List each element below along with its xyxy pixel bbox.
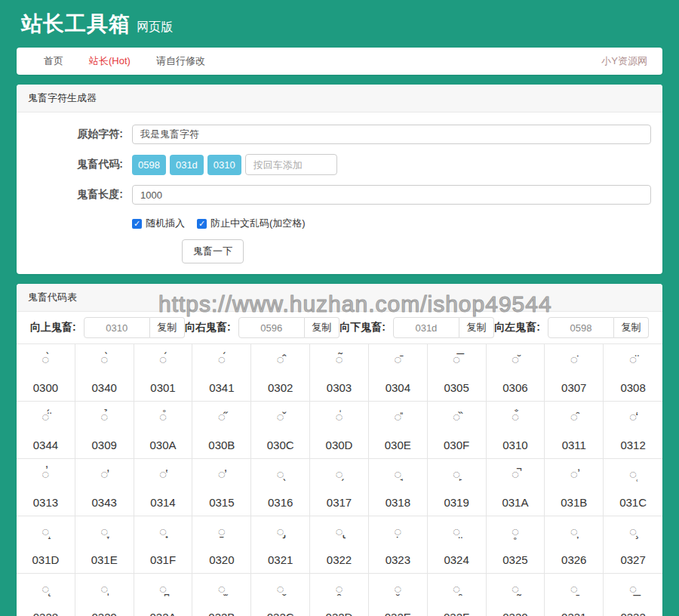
page-subtitle: 网页版 xyxy=(137,20,173,33)
code-value: 030F xyxy=(444,439,469,451)
code-cell[interactable]: ◌̃0303 xyxy=(310,344,369,402)
code-cell[interactable]: ◌̖0316 xyxy=(251,459,310,516)
code-cell[interactable]: ◌̜031C xyxy=(604,459,662,516)
code-cell[interactable]: ◌̏030F xyxy=(428,402,487,459)
copy-button[interactable]: 复制 xyxy=(459,317,494,338)
code-cell[interactable]: ◌̗0317 xyxy=(310,459,369,516)
copy-code-input[interactable] xyxy=(393,317,459,338)
nav-item[interactable]: 请自行修改 xyxy=(156,54,205,68)
code-label: 鬼畜代码: xyxy=(28,158,123,171)
code-cell[interactable]: ◌̝031D xyxy=(17,516,75,574)
code-cell[interactable]: ◌̨0328 xyxy=(17,574,75,616)
code-cell[interactable]: ◌̱0331 xyxy=(545,574,604,616)
combining-glyph: ◌́ xyxy=(159,352,167,368)
code-cell[interactable]: ◌̡0321 xyxy=(251,516,310,574)
code-cell[interactable]: ◌̢0322 xyxy=(310,516,369,574)
combining-glyph: ◌̏ xyxy=(453,409,460,426)
code-cell[interactable]: ◌̤0324 xyxy=(428,516,487,574)
copy-code-input[interactable] xyxy=(84,317,150,338)
code-cell[interactable]: ◌̄0304 xyxy=(369,344,428,402)
code-value: 0320 xyxy=(209,553,234,566)
code-value: 0300 xyxy=(33,381,58,394)
code-value: 0311 xyxy=(562,439,586,451)
code-cell[interactable]: ◌̑0311 xyxy=(545,402,604,459)
code-cell[interactable]: ◌̀0300 xyxy=(17,344,75,402)
code-value: 0316 xyxy=(268,496,293,509)
code-value: 031D xyxy=(32,553,59,566)
code-value: 0318 xyxy=(386,496,410,509)
copy-button[interactable]: 复制 xyxy=(305,317,340,338)
combining-glyph: ◌̐ xyxy=(512,409,519,426)
code-cell[interactable]: ◌̘0318 xyxy=(369,459,428,516)
code-cell[interactable]: ◌́0301 xyxy=(134,344,193,402)
option-label: 防止中文乱码(加空格) xyxy=(210,217,306,230)
code-cell[interactable]: ◌̓0343 xyxy=(75,459,134,516)
nav-item[interactable]: 首页 xyxy=(44,54,63,68)
code-cell[interactable]: ◌̦0326 xyxy=(545,516,604,574)
code-cell[interactable]: ◌̊030A xyxy=(134,402,193,459)
code-cell[interactable]: ◌̈0308 xyxy=(604,344,662,402)
combining-glyph: ◌̫ xyxy=(218,581,226,598)
code-cell[interactable]: ◌̣0323 xyxy=(369,516,428,574)
code-value: 0330 xyxy=(502,611,527,616)
code-cell[interactable]: ◌̅0305 xyxy=(428,344,487,402)
code-cell[interactable]: ◌̩0329 xyxy=(75,574,134,616)
code-cell[interactable]: ◌̕0315 xyxy=(192,459,251,516)
code-cell[interactable]: ◌̀0340 xyxy=(75,344,134,402)
nav-link-site-credit[interactable]: 小Y资源网 xyxy=(601,54,647,68)
code-cell[interactable]: ◌̞031E xyxy=(75,516,134,574)
code-cell[interactable]: ◌̠0320 xyxy=(192,516,251,574)
source-input[interactable] xyxy=(132,125,651,144)
code-cell[interactable]: ◌̍030D xyxy=(310,402,369,459)
code-cell[interactable]: ◌̌030C xyxy=(251,402,310,459)
copy-input-group: 复制 xyxy=(238,317,340,338)
code-cell[interactable]: ◌̆0306 xyxy=(487,344,545,402)
copy-button[interactable]: 复制 xyxy=(614,317,649,338)
code-value: 0313 xyxy=(33,496,58,509)
code-cell[interactable]: ◌̧0327 xyxy=(604,516,662,574)
generate-button[interactable]: 鬼畜一下 xyxy=(182,239,244,263)
copy-code-input[interactable] xyxy=(548,317,614,338)
code-cell[interactable]: ◌̒0312 xyxy=(604,402,662,459)
combining-glyph: ◌̙ xyxy=(453,467,460,483)
code-tag-button[interactable]: 0598 xyxy=(132,155,166,175)
code-add-input[interactable] xyxy=(245,154,337,175)
option-checkbox[interactable]: ✓防止中文乱码(加空格) xyxy=(197,217,306,230)
code-cell[interactable]: ◌̲0332 xyxy=(604,574,662,616)
code-cell[interactable]: ◌́0341 xyxy=(192,344,251,402)
code-cell[interactable]: ◌̰0330 xyxy=(487,574,545,616)
code-cell[interactable]: ◌̪032A xyxy=(134,574,193,616)
nav-item[interactable]: 站长(Hot) xyxy=(89,54,131,68)
code-cell[interactable]: ◌̔0314 xyxy=(134,459,193,516)
code-tag-button[interactable]: 031d xyxy=(170,155,204,175)
code-cell[interactable]: ◌̓0313 xyxy=(17,459,75,516)
combining-glyph: ◌̇ xyxy=(570,352,578,368)
copy-code-input[interactable] xyxy=(238,317,305,338)
code-cell[interactable]: ◌̇0307 xyxy=(545,344,604,402)
code-cell[interactable]: ◌̭032D xyxy=(310,574,369,616)
code-cell[interactable]: ◌̛031B xyxy=(545,459,604,516)
code-cell[interactable]: ◌̯032F xyxy=(428,574,487,616)
code-cell[interactable]: ◌̮032E xyxy=(369,574,428,616)
code-cell[interactable]: ◌̚031A xyxy=(487,459,545,516)
code-cell[interactable]: ◌̎030E xyxy=(369,402,428,459)
code-cell[interactable]: ◌̂0302 xyxy=(251,344,310,402)
code-tag-button[interactable]: 0310 xyxy=(207,155,241,175)
code-cell[interactable]: ◌̥0325 xyxy=(487,516,545,574)
copy-button[interactable]: 复制 xyxy=(150,317,185,338)
code-cell[interactable]: ◌̬032C xyxy=(251,574,310,616)
code-value: 032C xyxy=(267,611,294,616)
option-checkbox[interactable]: ✓随机插入 xyxy=(132,217,185,230)
code-cell[interactable]: ◌̫032B xyxy=(192,574,251,616)
code-value: 030B xyxy=(208,439,235,451)
code-cell[interactable]: ◌̙0319 xyxy=(428,459,487,516)
code-cell[interactable]: ◌̋030B xyxy=(192,402,251,459)
length-row: 鬼畜长度: xyxy=(28,185,651,205)
combining-glyph: ◌̅ xyxy=(453,352,460,368)
code-cell[interactable]: ◌̈́0344 xyxy=(17,402,75,459)
code-cell[interactable]: ◌̐0310 xyxy=(487,402,545,459)
code-cell[interactable]: ◌̉0309 xyxy=(75,402,134,459)
length-input[interactable] xyxy=(132,185,651,205)
combining-glyph: ◌̬ xyxy=(277,581,284,598)
code-cell[interactable]: ◌̟031F xyxy=(134,516,193,574)
